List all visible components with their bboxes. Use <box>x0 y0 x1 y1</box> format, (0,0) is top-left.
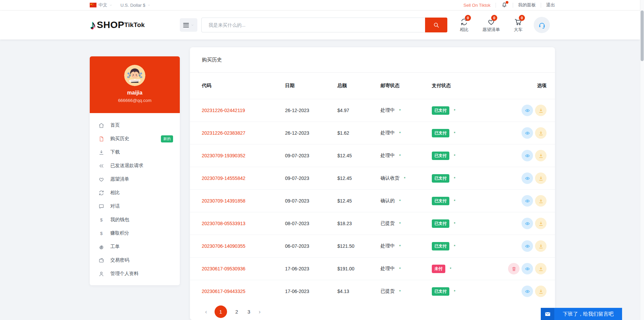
view-order-button[interactable] <box>522 240 533 252</box>
file-icon <box>98 136 105 142</box>
download-invoice-button[interactable] <box>535 286 547 297</box>
scrollbar-thumb[interactable] <box>641 10 644 61</box>
download-invoice-button[interactable] <box>535 105 547 116</box>
order-total: $121.50 <box>337 243 381 249</box>
table-header: 代码 日期 总额 邮寄状态 支付状态 选项 <box>190 73 555 99</box>
order-code-link[interactable]: 20230617-09530936 <box>202 266 245 271</box>
cart-label: 大车 <box>514 27 523 33</box>
logout-link[interactable]: 退出 <box>546 2 555 8</box>
order-code-link[interactable]: 20230617-09443325 <box>202 289 245 294</box>
sidebar-menu-item[interactable]: $ 赚取积分 <box>90 226 180 240</box>
compare-nav-button[interactable]: 0 相比 <box>456 18 472 33</box>
view-order-button[interactable] <box>522 105 533 116</box>
required-asterisk: * <box>399 266 401 271</box>
view-order-button[interactable] <box>522 172 533 184</box>
required-asterisk: * <box>454 153 455 158</box>
sidebar-menu-item[interactable]: 首页 <box>90 118 180 132</box>
table-row: 20230706-14090355 06-07-2023 $121.50 处理中… <box>190 235 555 257</box>
support-button[interactable] <box>534 17 550 33</box>
sidebar-menu-item[interactable]: 对话 <box>90 199 180 213</box>
eye-icon <box>525 243 530 249</box>
categories-menu-button[interactable] <box>180 18 197 32</box>
cart-nav-button[interactable]: 0 大车 <box>510 18 526 33</box>
chat-bubble-icon <box>98 203 105 210</box>
order-code-link[interactable]: 20231226-02442119 <box>202 108 245 113</box>
new-badge: 新的 <box>161 135 173 142</box>
pagination-page-2[interactable]: 2 <box>234 309 239 315</box>
sidebar-item-label: 交易密码 <box>110 257 129 263</box>
order-code-link[interactable]: 20230708-05533913 <box>202 221 245 226</box>
view-order-button[interactable] <box>522 150 533 161</box>
search-input[interactable] <box>201 18 425 32</box>
sidebar-menu-item[interactable]: $ 我的钱包 <box>90 213 180 226</box>
download-icon <box>538 266 544 272</box>
pagination-prev-button[interactable]: ‹ <box>205 309 207 315</box>
download-icon <box>538 153 544 159</box>
column-header-payment: 支付状态 <box>432 83 499 89</box>
sidebar-menu-item[interactable]: 购买历史 新的 <box>90 132 180 145</box>
scrollbar-track[interactable] <box>640 0 644 320</box>
download-invoice-button[interactable] <box>535 150 547 161</box>
required-asterisk: * <box>399 221 401 226</box>
language-label: 中文 <box>99 2 107 8</box>
pagination-next-button[interactable]: › <box>259 309 261 315</box>
tiktok-note-icon: ♪ <box>90 19 96 31</box>
view-order-button[interactable] <box>522 127 533 139</box>
svg-text:$: $ <box>100 231 103 236</box>
sidebar-menu-item[interactable]: 管理个人资料 <box>90 267 180 281</box>
sell-on-tiktok-link[interactable]: Sell On Tiktok <box>464 3 491 8</box>
view-order-button[interactable] <box>522 218 533 229</box>
sidebar-menu-item[interactable]: 工单 <box>90 240 180 254</box>
shop-tiktok-logo[interactable]: ♪ SHOP TikTok <box>90 19 145 31</box>
topbar: 中文 U.S. Dollar $ Sell On Tiktok 我的面板 退出 <box>0 0 640 10</box>
shipping-status: 已提货 <box>381 288 395 294</box>
delete-order-button[interactable] <box>508 263 520 274</box>
download-invoice-button[interactable] <box>535 240 547 252</box>
order-code-link[interactable]: 20230709-19390352 <box>202 153 245 158</box>
table-row: 20230708-05533913 08-07-2023 $18.23 已提货 … <box>190 212 555 235</box>
language-selector[interactable]: 中文 <box>90 2 112 8</box>
header-actions: 0 相比 0 愿望清单 0 大车 <box>456 18 526 33</box>
download-invoice-button[interactable] <box>535 172 547 184</box>
dollar-icon: $ <box>98 217 105 223</box>
download-icon <box>538 198 544 204</box>
my-panel-link[interactable]: 我的面板 <box>518 2 536 8</box>
sidebar-menu-item[interactable]: 下载 <box>90 145 180 159</box>
required-asterisk: * <box>399 153 401 158</box>
leave-message-bar[interactable]: 下班了，给我们留言吧 <box>541 308 622 320</box>
download-invoice-button[interactable] <box>535 195 547 207</box>
sidebar-menu-item[interactable]: 相比 <box>90 186 180 199</box>
download-invoice-button[interactable] <box>535 263 547 274</box>
pagination-page-3[interactable]: 3 <box>247 309 251 315</box>
pagination-page-1[interactable]: 1 <box>215 305 227 318</box>
order-code-link[interactable]: 20231226-02383827 <box>202 130 245 136</box>
pagination: ‹ 123 › <box>190 302 555 318</box>
wishlist-label: 愿望清单 <box>482 27 500 33</box>
sidebar-menu-item[interactable]: 愿望清单 <box>90 172 180 186</box>
download-icon <box>538 108 544 113</box>
view-order-button[interactable] <box>522 286 533 297</box>
currency-selector[interactable]: U.S. Dollar $ <box>120 3 150 8</box>
download-invoice-button[interactable] <box>535 127 547 139</box>
view-order-button[interactable] <box>522 195 533 207</box>
wishlist-nav-button[interactable]: 0 愿望清单 <box>482 18 500 33</box>
sidebar-item-label: 赚取积分 <box>110 230 129 236</box>
required-asterisk: * <box>454 198 455 204</box>
sidebar-menu-item[interactable]: 已发送退款请求 <box>90 159 180 172</box>
view-order-button[interactable] <box>522 263 533 274</box>
notifications-button[interactable] <box>501 2 508 8</box>
required-asterisk: * <box>399 108 401 113</box>
shipping-status: 已提货 <box>381 220 395 226</box>
required-asterisk: * <box>454 221 455 226</box>
divider <box>541 3 541 8</box>
eye-icon <box>525 221 530 226</box>
order-code-link[interactable]: 20230706-14090355 <box>202 243 245 249</box>
order-date: 26-12-2023 <box>285 108 337 113</box>
svg-text:$: $ <box>100 217 103 222</box>
order-code-link[interactable]: 20230709-14555842 <box>202 176 245 181</box>
search-button[interactable] <box>425 18 447 32</box>
sidebar-menu-item[interactable]: 交易密码 <box>90 254 180 267</box>
payment-status-badge: 未付 <box>432 265 445 273</box>
download-invoice-button[interactable] <box>535 218 547 229</box>
order-code-link[interactable]: 20230709-14391858 <box>202 198 245 204</box>
